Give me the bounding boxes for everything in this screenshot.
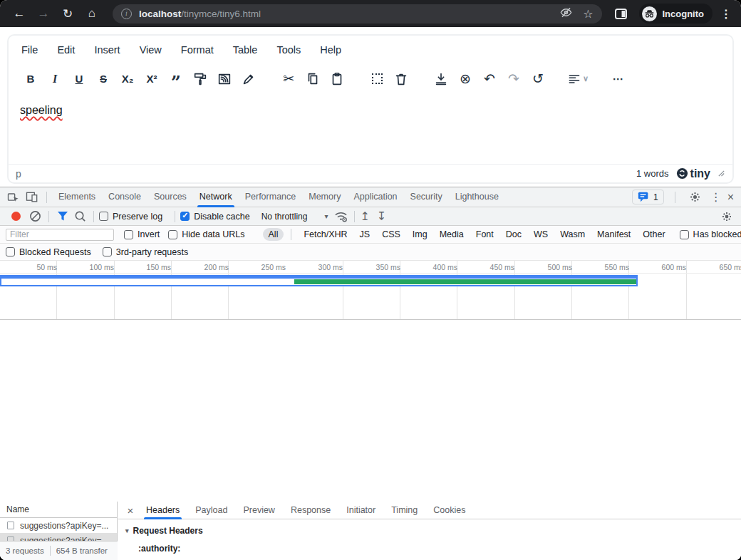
request-headers-section[interactable]: ▾ Request Headers — [125, 526, 741, 536]
menu-file[interactable]: File — [21, 44, 38, 56]
undo-button[interactable]: ↶ — [479, 68, 500, 90]
subscript-button[interactable]: X₂ — [117, 68, 138, 90]
inspect-element-icon[interactable] — [4, 190, 23, 205]
clear-icon[interactable] — [26, 209, 43, 224]
tab-console[interactable]: Console — [102, 187, 147, 207]
tab-security[interactable]: Security — [404, 187, 449, 207]
tab-memory[interactable]: Memory — [302, 187, 347, 207]
menu-table[interactable]: Table — [233, 44, 258, 56]
filter-type-all[interactable]: All — [263, 228, 284, 241]
menu-view[interactable]: View — [140, 44, 162, 56]
tab-elements[interactable]: Elements — [52, 187, 102, 207]
detail-tab-preview[interactable]: Preview — [235, 502, 282, 519]
reload-icon[interactable]: ↻ — [57, 3, 78, 24]
permanent-pen-button[interactable] — [238, 68, 259, 90]
name-column-header[interactable]: Name — [0, 502, 117, 518]
redo-button[interactable]: ↷ — [503, 68, 524, 90]
more-button[interactable]: ⋯ — [607, 68, 628, 90]
filter-funnel-icon[interactable] — [54, 209, 71, 224]
back-icon[interactable]: ← — [9, 3, 30, 24]
filter-type-media[interactable]: Media — [440, 229, 464, 239]
devtools-menu-icon[interactable]: ⋮ — [710, 190, 722, 204]
filter-type-ws[interactable]: WS — [534, 229, 548, 239]
menu-format[interactable]: Format — [181, 44, 214, 56]
hide-data-urls-checkbox[interactable] — [168, 230, 177, 239]
copy-button[interactable] — [302, 68, 323, 90]
export-har-icon[interactable]: ↧ — [377, 209, 386, 223]
filter-type-js[interactable]: JS — [360, 229, 370, 239]
throttling-select[interactable]: No throttling▾ — [261, 212, 328, 222]
side-panel-icon[interactable] — [611, 3, 632, 24]
italic-button[interactable]: I — [44, 68, 66, 90]
editor-content[interactable]: speeling — [9, 94, 732, 164]
network-settings-gear-icon[interactable] — [718, 209, 735, 224]
request-row[interactable]: suggestions?apiKey=... — [0, 518, 117, 533]
filter-type-other[interactable]: Other — [643, 229, 665, 239]
invert-checkbox[interactable] — [124, 230, 133, 239]
eye-off-icon[interactable] — [559, 6, 573, 22]
filter-type-doc[interactable]: Doc — [506, 229, 522, 239]
element-path[interactable]: p — [16, 168, 21, 180]
tiny-branding[interactable]: tiny — [676, 167, 710, 180]
delete-button[interactable] — [390, 68, 412, 90]
word-count[interactable]: 1 words — [636, 168, 669, 179]
browser-menu-icon[interactable]: ⋮ — [720, 7, 732, 21]
paste-button[interactable] — [326, 68, 348, 90]
forward-icon[interactable]: → — [33, 3, 54, 24]
underline-button[interactable]: U — [68, 68, 90, 90]
bold-button[interactable]: B — [20, 68, 41, 90]
cut-button[interactable]: ✂ — [278, 68, 299, 90]
filter-type-wasm[interactable]: Wasm — [560, 229, 585, 239]
menu-tools[interactable]: Tools — [276, 44, 301, 56]
import-har-icon[interactable]: ↥ — [360, 209, 369, 223]
tab-lighthouse[interactable]: Lighthouse — [449, 187, 505, 207]
devtools-close-icon[interactable]: × — [727, 191, 734, 204]
align-button[interactable]: ∨ — [567, 68, 589, 90]
site-info-icon[interactable]: i — [121, 9, 132, 19]
misspelled-word[interactable]: speeling — [20, 104, 63, 116]
record-button[interactable] — [11, 212, 21, 221]
network-overview-timeline[interactable]: 50 ms 100 ms 150 ms 200 ms 250 ms 300 ms… — [0, 261, 741, 320]
device-toolbar-icon[interactable] — [23, 190, 41, 205]
preserve-log-checkbox[interactable] — [99, 212, 108, 221]
filter-input[interactable] — [6, 229, 114, 241]
tab-sources[interactable]: Sources — [147, 187, 193, 207]
tab-performance[interactable]: Performance — [239, 187, 303, 207]
close-detail-icon[interactable]: × — [123, 504, 138, 517]
detail-tab-cookies[interactable]: Cookies — [425, 502, 473, 519]
menu-insert[interactable]: Insert — [94, 44, 120, 56]
detail-tab-response[interactable]: Response — [283, 502, 338, 519]
bookmark-star-icon[interactable]: ☆ — [583, 7, 593, 21]
filter-type-font[interactable]: Font — [476, 229, 494, 239]
cancel-button[interactable]: ⊗ — [455, 68, 476, 90]
detail-tab-timing[interactable]: Timing — [383, 502, 425, 519]
settings-gear-icon[interactable] — [686, 190, 705, 205]
resize-handle-icon[interactable] — [717, 170, 725, 177]
profile-badge[interactable]: Incognito — [639, 4, 713, 24]
fill-frame-button[interactable] — [214, 68, 235, 90]
third-party-checkbox[interactable] — [103, 247, 112, 256]
address-bar[interactable]: i localhost/tinymce/tiny6.html ☆ — [113, 4, 602, 24]
select-all-button[interactable] — [366, 68, 388, 90]
filter-type-css[interactable]: CSS — [382, 229, 400, 239]
filter-type-manifest[interactable]: Manifest — [597, 229, 631, 239]
issues-button[interactable]: 1 — [632, 190, 664, 204]
disable-cache-checkbox[interactable] — [180, 212, 190, 221]
menu-help[interactable]: Help — [320, 44, 341, 56]
restore-draft-button[interactable]: ↺ — [527, 68, 549, 90]
blocked-requests-checkbox[interactable] — [6, 247, 15, 256]
timeline-selection[interactable] — [0, 275, 638, 286]
detail-tab-headers[interactable]: Headers — [138, 502, 187, 519]
filter-type-img[interactable]: Img — [413, 229, 428, 239]
strikethrough-button[interactable]: S — [93, 68, 114, 90]
detail-tab-payload[interactable]: Payload — [187, 502, 235, 519]
tab-network[interactable]: Network — [193, 187, 239, 207]
home-icon[interactable]: ⌂ — [81, 3, 103, 24]
export-button[interactable] — [430, 68, 452, 90]
blockquote-button[interactable]: ” — [165, 68, 187, 90]
format-painter-button[interactable] — [190, 68, 211, 90]
has-blocked-cookies-checkbox[interactable] — [680, 230, 689, 239]
menu-edit[interactable]: Edit — [57, 44, 75, 56]
search-icon[interactable] — [71, 209, 88, 224]
superscript-button[interactable]: X² — [141, 68, 162, 90]
